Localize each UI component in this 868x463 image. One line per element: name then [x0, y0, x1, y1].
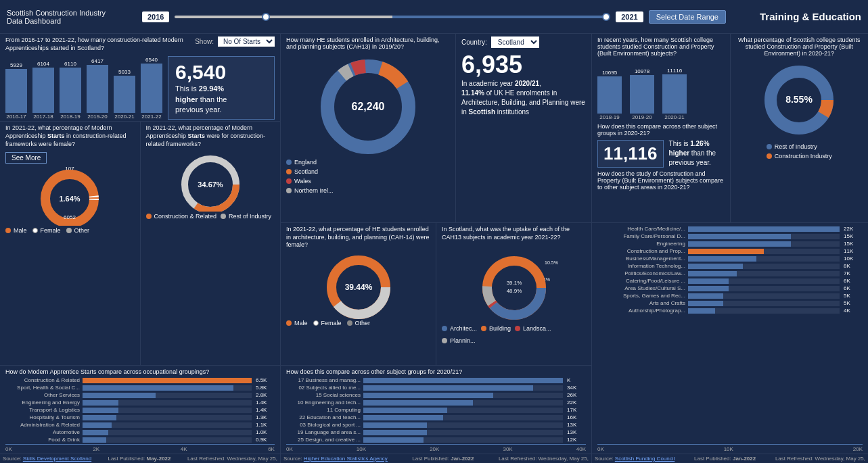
- mid-question-top: How many HE students enrolled in Archite…: [286, 36, 450, 50]
- svg-text:10.5%: 10.5%: [545, 260, 558, 265]
- mid-footer: Source: Higher Education Statistics Agen…: [281, 454, 591, 463]
- main-content: From 2016-17 to 2021-22, how many constr…: [0, 34, 868, 463]
- svg-text:62,240: 62,240: [352, 101, 385, 112]
- bar-2020: 5033 2020-21: [114, 69, 135, 120]
- right-donut-legend: Rest of Industry Construction Industry: [767, 143, 832, 161]
- bar-2017: 6104 2017-18: [32, 61, 54, 120]
- bar-rect-2021: [141, 64, 162, 113]
- date-slider[interactable]: [175, 16, 610, 18]
- right-top-donut-svg: 8.55%: [758, 59, 840, 141]
- mid-cah13-legend: Architec... Building Landsca... Plannin.…: [442, 325, 586, 345]
- left-bar-chart: 5929 2016-17 6104 2017-18 6110 2018-19 6…: [0, 53, 280, 121]
- mid-donut-svg: 62,240: [314, 53, 422, 157]
- mid-big-stat: 6,935: [461, 51, 586, 79]
- svg-text:8.55%: 8.55%: [785, 94, 813, 105]
- right-big-number-desc: This is 1.26% higher than the previous y…: [669, 139, 725, 168]
- left-big-number: 6,540: [175, 61, 267, 84]
- mid-female-donut-svg: 39.44%: [321, 252, 396, 320]
- right-compare-label: How does this compare across other subje…: [597, 123, 725, 137]
- svg-text:48.9%: 48.9%: [506, 288, 522, 294]
- bar-rect-2018: [60, 68, 81, 113]
- right-top: In recent years, how many Scottish colle…: [592, 34, 868, 223]
- header-title: Scottish Construction Industry Data Dash…: [7, 9, 142, 25]
- bar-rect-2017: [32, 68, 54, 113]
- country-label: Country:: [461, 39, 487, 46]
- right-donut-svg: 34.67%: [177, 151, 244, 212]
- right-hbar-section: Health Care/Medicine/...22K Family Care/…: [592, 223, 868, 454]
- bar-rect-2019: [87, 65, 108, 113]
- svg-text:1.64%: 1.64%: [60, 195, 81, 203]
- left-hbar-section: How do Modern Apprentice Starts compare …: [0, 365, 280, 454]
- select-date-button[interactable]: Select Date Range: [649, 10, 726, 24]
- header-subtitle: Data Dashboard: [7, 17, 142, 25]
- date-start-box[interactable]: 2016: [142, 11, 169, 22]
- svg-text:34.67%: 34.67%: [198, 180, 223, 189]
- right-top-right: What percentage of Scottish college stud…: [731, 34, 869, 222]
- bar-2018: 6110 2018-19: [60, 61, 81, 120]
- header: Scottish Construction Industry Data Dash…: [0, 0, 868, 34]
- date-range-area: 2016 2021 Select Date Range: [142, 10, 726, 24]
- show-label: Show:: [195, 38, 214, 45]
- see-more-button[interactable]: See More: [5, 152, 47, 164]
- right-bar-rect-2019: [630, 75, 654, 114]
- right-big-number-row: 11,116 This is 1.26% higher than the pre…: [597, 139, 725, 168]
- left-donuts-row: In 2021-22, what percentage of Modern Ap…: [0, 121, 280, 365]
- mid-stat-desc: In academic year 2020/21,11.14% of UK HE…: [461, 79, 586, 117]
- left-question1: From 2016-17 to 2021-22, how many constr…: [5, 36, 189, 52]
- left-donut-container: 107 1.64% 6052: [5, 165, 135, 226]
- right-big-number: 11,116: [603, 143, 658, 164]
- bar-2021: 6540 2021-22: [141, 57, 162, 120]
- country-select[interactable]: Scotland England Wales: [491, 36, 539, 48]
- mid-female-donut-container: 39.44%: [286, 252, 430, 320]
- left-footer: Source: Skills Development Scotland Last…: [0, 454, 280, 463]
- right-hbar-chart: Health Care/Medicine/...22K Family Care/…: [597, 226, 863, 444]
- date-end-box[interactable]: 2021: [616, 11, 643, 22]
- right-bar-2019: 10978 2019-20: [630, 68, 654, 120]
- right-donut-section: In 2021-22, what percentage of Modern Ap…: [141, 122, 281, 365]
- right-bar-2018: 10695 2018-19: [597, 70, 622, 120]
- mid-female-question: In 2021-22, what percentage of HE studen…: [286, 226, 430, 249]
- country-row: Country: Scotland England Wales: [461, 36, 586, 48]
- right-donut-legend: Construction & Related Rest of Industry: [146, 213, 275, 221]
- left-big-number-box: 6,540 This is 29.94%higher than theprevi…: [168, 56, 275, 120]
- mid-hbar-chart: 17 Business and manag...K 02 Subjects al…: [286, 377, 586, 443]
- header-main-title: Scottish Construction Industry: [7, 9, 142, 17]
- mid-female-legend: Male Female Other: [286, 320, 430, 328]
- mid-source-link[interactable]: Higher Education Statistics Agency: [304, 456, 388, 462]
- right-donut-question: In 2021-22, what percentage of Modern Ap…: [146, 124, 275, 148]
- right-bar-rect-2020: [662, 74, 687, 114]
- left-hbar-chart: Construction & Related6.5K Sport, Health…: [5, 377, 275, 443]
- right-question-top-left: In recent years, how many Scottish colle…: [597, 36, 725, 57]
- mid-bot-right: In Scotland, what was the uptake of each…: [436, 223, 591, 365]
- mid-top-right: Country: Scotland England Wales 6,935 In…: [456, 34, 591, 222]
- show-select[interactable]: No Of Starts: [218, 36, 275, 47]
- right-donut-container: 34.67%: [146, 151, 275, 212]
- training-label: Training & Education: [726, 11, 861, 22]
- right-compare-label2: How does the study of Construction and P…: [597, 170, 725, 191]
- left-source-link[interactable]: Skills Development Scotland: [23, 456, 91, 462]
- left-panel: From 2016-17 to 2021-22, how many constr…: [0, 34, 281, 463]
- left-donut-section: In 2021-22, what percentage of Modern Ap…: [0, 122, 141, 365]
- right-question-top-right: What percentage of Scottish college stud…: [736, 36, 863, 57]
- right-hbar-axis: 0K10K20K: [597, 444, 863, 452]
- mid-cah13-donut-container: 10.5% 1.4% 39.1% 48.9%: [442, 244, 586, 325]
- left-donut-legend: Male Female Other: [5, 227, 135, 235]
- right-big-number-box: 11,116: [597, 140, 664, 168]
- bar-2016: 5929 2016-17: [5, 62, 27, 120]
- mid-hbar-axis: 0K10K20K30K40K: [286, 444, 586, 452]
- show-row: Show: No Of Starts: [195, 36, 275, 47]
- right-source-link[interactable]: Scottish Funding Council: [615, 456, 675, 462]
- mid-cah13-question: In Scotland, what was the uptake of each…: [442, 226, 586, 241]
- date-slider-thumb-left[interactable]: [262, 13, 270, 21]
- date-slider-thumb-right[interactable]: [602, 13, 610, 21]
- right-top-left: In recent years, how many Scottish colle…: [592, 34, 731, 222]
- mid-hbar-section: How does this compare across other subje…: [281, 365, 591, 454]
- right-bar-chart: 10695 2018-19 10978 2019-20 11116 2020-2…: [597, 59, 725, 120]
- left-big-number-desc: This is 29.94%higher than theprevious ye…: [175, 84, 267, 115]
- bar-rect-2016: [5, 69, 27, 113]
- mid-top: How many HE students enrolled in Archite…: [281, 34, 591, 223]
- bar-rect-2020: [114, 76, 135, 113]
- mid-cah13-donut-svg: 10.5% 1.4% 39.1% 48.9%: [470, 244, 558, 325]
- mid-top-left: How many HE students enrolled in Archite…: [281, 34, 456, 222]
- svg-text:39.44%: 39.44%: [344, 283, 372, 292]
